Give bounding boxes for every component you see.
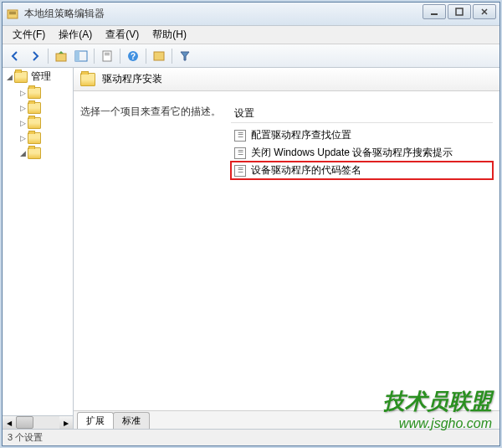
- svg-rect-8: [103, 51, 111, 61]
- filter-button[interactable]: [176, 47, 194, 65]
- tree-item[interactable]: ▷: [3, 85, 73, 100]
- list-item[interactable]: ☰ 配置驱动程序查找位置: [231, 126, 493, 144]
- folder-icon: [80, 73, 95, 86]
- tree-item[interactable]: ▷: [3, 100, 73, 116]
- collapse-icon[interactable]: ◢: [18, 148, 28, 158]
- statusbar: 3 个设置: [3, 429, 499, 445]
- separator: [48, 49, 49, 64]
- list-item-label: 配置驱动程序查找位置: [251, 128, 351, 142]
- menu-view[interactable]: 查看(V): [99, 26, 146, 44]
- svg-rect-4: [456, 8, 463, 15]
- app-icon: [6, 8, 19, 21]
- list-item-label: 关闭 Windows Update 设备驱动程序搜索提示: [251, 146, 453, 160]
- menu-file[interactable]: 文件(F): [6, 26, 52, 44]
- forward-button[interactable]: [26, 47, 44, 65]
- show-hide-tree-button[interactable]: [72, 47, 90, 65]
- maximize-button[interactable]: [448, 4, 471, 19]
- svg-rect-10: [105, 54, 110, 55]
- list-item-code-signing[interactable]: ☰ 设备驱动程序的代码签名: [231, 162, 493, 179]
- setting-icon: ☰: [234, 147, 246, 159]
- svg-rect-13: [154, 52, 164, 60]
- up-button[interactable]: [52, 47, 70, 65]
- svg-rect-5: [56, 54, 66, 61]
- svg-rect-3: [431, 13, 438, 15]
- scroll-thumb[interactable]: [16, 416, 33, 429]
- separator: [146, 49, 146, 64]
- tree-item-root[interactable]: ◢ 管理: [3, 68, 73, 85]
- folder-icon: [28, 117, 41, 129]
- svg-rect-1: [9, 12, 16, 13]
- tabs-bar: 扩展 标准: [74, 410, 499, 429]
- collapse-icon[interactable]: ◢: [4, 72, 14, 82]
- tree-item[interactable]: ▷: [3, 116, 73, 131]
- column-header-settings[interactable]: 设置: [231, 105, 493, 123]
- folder-icon: [28, 102, 41, 114]
- svg-rect-2: [9, 13, 16, 14]
- svg-rect-7: [75, 51, 79, 61]
- expand-icon[interactable]: ▷: [18, 103, 28, 113]
- separator: [120, 49, 120, 64]
- svg-text:?: ?: [131, 52, 136, 61]
- folder-icon: [28, 147, 41, 159]
- separator: [172, 49, 172, 64]
- scroll-right-button[interactable]: ▶: [59, 416, 73, 429]
- list-item[interactable]: ☰ 关闭 Windows Update 设备驱动程序搜索提示: [231, 144, 493, 162]
- minimize-button[interactable]: [423, 4, 446, 19]
- expand-icon[interactable]: ▷: [18, 133, 28, 143]
- tab-extended[interactable]: 扩展: [77, 412, 114, 429]
- tree-item[interactable]: ◢: [3, 146, 73, 161]
- setting-icon: ☰: [234, 165, 246, 177]
- separator: [94, 49, 95, 64]
- back-button[interactable]: [6, 47, 24, 65]
- tree-item[interactable]: ▷: [3, 131, 73, 146]
- expand-icon[interactable]: ▷: [18, 88, 28, 98]
- titlebar: 本地组策略编辑器: [3, 3, 499, 26]
- horizontal-scrollbar[interactable]: ◀ ▶: [3, 415, 73, 429]
- folder-icon: [28, 132, 41, 144]
- help-button[interactable]: ?: [124, 47, 142, 65]
- properties-button[interactable]: [98, 47, 116, 65]
- close-button[interactable]: [473, 4, 496, 19]
- menubar: 文件(F) 操作(A) 查看(V) 帮助(H): [3, 26, 499, 44]
- tab-standard[interactable]: 标准: [113, 412, 150, 429]
- list-item-label: 设备驱动程序的代码签名: [251, 163, 361, 178]
- svg-rect-9: [105, 53, 110, 54]
- folder-icon: [28, 87, 41, 99]
- scroll-left-button[interactable]: ◀: [3, 416, 16, 429]
- setting-icon: ☰: [234, 130, 246, 142]
- menu-help[interactable]: 帮助(H): [146, 26, 193, 44]
- toolbar: ?: [3, 44, 499, 68]
- panel-header: 驱动程序安装: [74, 68, 499, 91]
- window-title: 本地组策略编辑器: [24, 7, 423, 21]
- tree-label: 管理: [31, 70, 51, 84]
- tree-panel: ◢ 管理 ▷ ▷ ▷ ▷ ◢: [3, 68, 74, 429]
- description-text: 选择一个项目来查看它的描述。: [80, 105, 231, 404]
- menu-action[interactable]: 操作(A): [52, 26, 99, 44]
- expand-icon[interactable]: ▷: [18, 118, 28, 128]
- status-text: 3 个设置: [8, 431, 43, 444]
- panel-title: 驱动程序安装: [102, 72, 162, 86]
- folder-icon: [14, 71, 28, 83]
- options-icon[interactable]: [150, 47, 168, 65]
